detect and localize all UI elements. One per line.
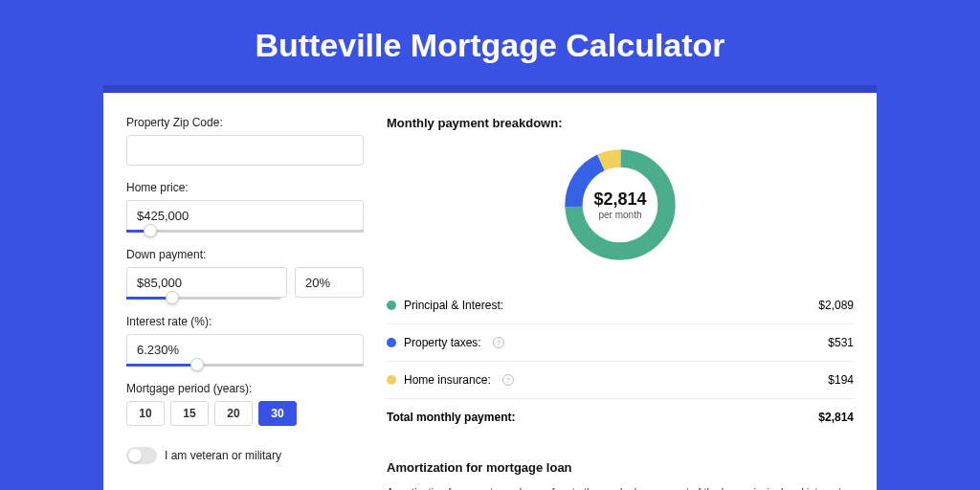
legend-label: Home insurance: — [404, 373, 491, 387]
info-icon[interactable]: ? — [493, 337, 504, 348]
veteran-label: I am veteran or military — [165, 449, 281, 462]
home-price-slider-thumb[interactable] — [144, 224, 157, 237]
home-price-field-block: Home price: — [126, 181, 364, 233]
legend-row: Principal & Interest:$2,089 — [387, 287, 854, 324]
legend-value: $2,089 — [818, 299, 854, 312]
legend-label: Principal & Interest: — [404, 299, 503, 312]
legend-dot — [387, 375, 396, 385]
legend-total-label: Total monthly payment: — [387, 411, 515, 424]
period-btn-30[interactable]: 30 — [258, 401, 297, 426]
down-payment-slider[interactable] — [126, 297, 280, 300]
down-payment-field-block: Down payment: — [126, 248, 364, 300]
page-title: Butteville Mortgage Calculator — [0, 0, 980, 85]
interest-slider[interactable] — [126, 364, 364, 367]
donut-center: $2,814 per month — [593, 189, 646, 220]
legend-dot — [387, 338, 396, 347]
zip-label: Property Zip Code: — [126, 116, 364, 129]
period-field-block: Mortgage period (years): 10152030 — [126, 382, 364, 426]
zip-input[interactable] — [126, 135, 364, 166]
veteran-row: I am veteran or military — [126, 447, 364, 464]
legend-list: Principal & Interest:$2,089Property taxe… — [387, 287, 854, 399]
donut-chart: $2,814 per month — [559, 144, 681, 266]
veteran-toggle[interactable] — [126, 447, 157, 464]
donut-chart-wrap: $2,814 per month — [387, 144, 854, 266]
legend-value: $531 — [828, 336, 854, 349]
down-payment-input[interactable] — [126, 267, 287, 298]
period-btn-15[interactable]: 15 — [170, 401, 209, 426]
down-payment-label: Down payment: — [126, 248, 364, 261]
breakdown-panel: Monthly payment breakdown: $2,814 per mo… — [387, 116, 854, 490]
down-payment-pct-input[interactable] — [295, 267, 364, 298]
home-price-input[interactable] — [126, 200, 364, 231]
period-btn-10[interactable]: 10 — [126, 401, 165, 426]
down-payment-slider-thumb[interactable] — [166, 291, 179, 304]
legend-row: Property taxes:?$531 — [387, 324, 854, 362]
zip-field-block: Property Zip Code: — [126, 116, 364, 166]
legend-row: Home insurance:?$194 — [387, 362, 854, 399]
legend-total-row: Total monthly payment: $2,814 — [387, 399, 854, 435]
donut-amount: $2,814 — [593, 189, 646, 210]
interest-field-block: Interest rate (%): — [126, 315, 364, 367]
interest-slider-thumb[interactable] — [190, 358, 204, 371]
veteran-toggle-knob — [128, 449, 142, 462]
interest-label: Interest rate (%): — [126, 315, 364, 328]
interest-input[interactable] — [126, 334, 364, 365]
info-icon[interactable]: ? — [502, 374, 514, 386]
card-shadow: Property Zip Code: Home price: Down paym… — [103, 85, 877, 487]
calculator-card: Property Zip Code: Home price: Down paym… — [103, 93, 877, 490]
period-options: 10152030 — [126, 401, 364, 426]
home-price-slider[interactable] — [126, 230, 364, 233]
period-btn-20[interactable]: 20 — [214, 401, 253, 426]
donut-sub: per month — [593, 210, 646, 220]
legend-total-value: $2,814 — [818, 411, 854, 424]
amortization-text: Amortization for a mortgage loan refers … — [387, 484, 854, 490]
period-label: Mortgage period (years): — [126, 382, 364, 395]
amortization-heading: Amortization for mortgage loan — [387, 460, 854, 475]
inputs-panel: Property Zip Code: Home price: Down paym… — [126, 116, 364, 490]
home-price-label: Home price: — [126, 181, 364, 194]
legend-label: Property taxes: — [404, 336, 481, 349]
legend-value: $194 — [828, 373, 854, 387]
breakdown-heading: Monthly payment breakdown: — [387, 116, 854, 130]
legend-dot — [387, 301, 396, 310]
